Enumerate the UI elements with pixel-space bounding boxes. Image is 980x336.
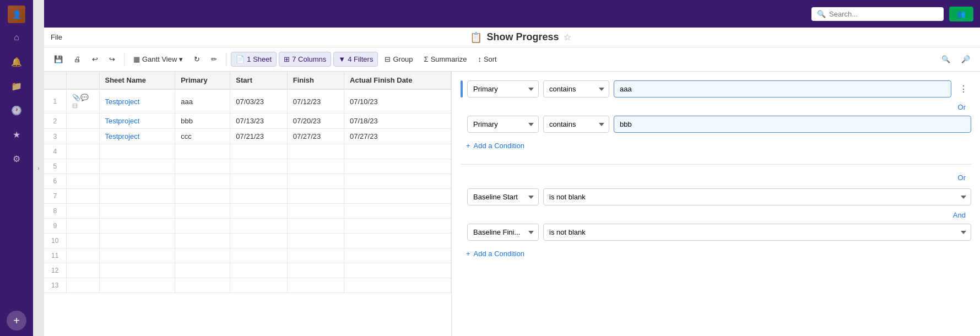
redo-button[interactable]: ↪ — [105, 52, 120, 66]
add-condition-button-2[interactable]: + Add a Condition — [461, 246, 530, 261]
sidebar-item-favorites[interactable]: ★ — [7, 124, 26, 144]
table-row: 8 — [44, 204, 451, 219]
row-icons-cell — [66, 234, 99, 248]
refresh-button[interactable]: ↻ — [189, 52, 204, 66]
row-icons-cell — [66, 278, 99, 293]
pencil-icon: ✏ — [211, 55, 217, 63]
filter-or-connector: Or — [461, 103, 971, 111]
gantt-dropdown-icon: ▾ — [179, 55, 183, 63]
group-button[interactable]: ⊟ Group — [380, 52, 417, 66]
finish-cell — [287, 159, 344, 174]
actual-finish-cell — [344, 159, 451, 174]
undo-button[interactable]: ↩ — [88, 52, 102, 66]
start-cell — [230, 278, 287, 293]
sigma-icon: Σ — [424, 55, 429, 63]
pencil-button[interactable]: ✏ — [207, 52, 221, 66]
row-num: 8 — [44, 204, 66, 219]
filter-field-select-4[interactable]: Baseline Fini... — [467, 224, 539, 241]
sidebar-item-home[interactable]: ⌂ — [7, 28, 26, 47]
filter-more-button-1[interactable]: ⋮ — [956, 82, 971, 97]
finish-cell — [287, 248, 344, 263]
save-button[interactable]: 💾 — [50, 52, 67, 66]
group-label: Group — [393, 55, 413, 63]
row-num: 13 — [44, 278, 66, 293]
actual-finish-cell — [344, 189, 451, 204]
primary-cell — [175, 174, 230, 189]
filter-value-input-2[interactable] — [614, 116, 971, 133]
row-icons-cell — [66, 248, 99, 263]
search-input[interactable] — [829, 10, 938, 18]
table-row: 4 — [44, 144, 451, 159]
sidebar-item-apps[interactable]: ⚙ — [7, 149, 26, 169]
sheet-name-cell — [99, 263, 175, 278]
sheet-name-cell: Testproject — [99, 89, 175, 113]
history-icon[interactable]: ⊟ — [72, 102, 78, 110]
finish-cell: 07/12/23 — [287, 89, 344, 113]
finish-cell — [287, 174, 344, 189]
or-link-between[interactable]: Or — [958, 174, 966, 182]
favorite-star-icon[interactable]: ☆ — [564, 32, 571, 42]
primary-cell — [175, 204, 230, 219]
row-num: 5 — [44, 159, 66, 174]
sidebar-item-recent[interactable]: 🕐 — [7, 100, 26, 120]
row-num: 1 — [44, 89, 66, 113]
sheet-name-cell — [99, 248, 175, 263]
primary-cell — [175, 159, 230, 174]
gantt-view-button[interactable]: ▦ Gantt View ▾ — [129, 52, 187, 66]
sheet-name-cell — [99, 174, 175, 189]
refresh-icon: ↻ — [194, 55, 200, 63]
columns-button[interactable]: ⊞ 7 Columns — [279, 52, 331, 67]
data-table: Sheet Name Primary Start Finish Actual F… — [44, 72, 451, 293]
avatar[interactable]: 👤 — [8, 6, 25, 23]
print-button[interactable]: 🖨 — [69, 52, 85, 66]
save-icon: 💾 — [54, 55, 63, 63]
or-link-1[interactable]: Or — [958, 103, 966, 111]
attach-icon[interactable]: 📎 — [72, 94, 80, 101]
row-num: 3 — [44, 129, 66, 144]
filter-field-select-1[interactable]: Primary — [467, 80, 539, 97]
sidebar-add-button[interactable]: + — [7, 311, 26, 330]
zoom-in-icon: 🔍 — [941, 55, 950, 63]
file-menu[interactable]: File — [51, 33, 62, 41]
row-icons-cell — [66, 219, 99, 234]
filters-button[interactable]: ▼ 4 Filters — [333, 52, 378, 67]
filter-field-select-2[interactable]: Primary — [467, 116, 539, 133]
sheet-link[interactable]: Testproject — [105, 117, 140, 125]
topbar: 🔍 👥 — [44, 0, 980, 28]
add-condition-label-2: Add a Condition — [474, 250, 525, 258]
collapse-button[interactable]: › — [33, 0, 44, 336]
plus-icon-2: + — [466, 250, 470, 258]
filter-op-select-4[interactable]: is not blank — [543, 224, 971, 241]
filebar: File 📋 Show Progress ☆ — [44, 28, 980, 47]
col-actual-finish: Actual Finish Date — [344, 72, 451, 89]
group-icon: ⊟ — [385, 55, 391, 63]
zoom-in-button[interactable]: 🔍 — [937, 52, 955, 66]
filter-op-select-1[interactable]: contains — [543, 80, 609, 97]
filter-value-input-1[interactable] — [614, 80, 951, 97]
sheet-name-cell: Testproject — [99, 113, 175, 129]
primary-cell: aaa — [175, 89, 230, 113]
comment-icon[interactable]: 💬 — [80, 94, 89, 101]
primary-cell — [175, 144, 230, 159]
filter-group-1: Primary contains ⋮ Or — [461, 80, 971, 153]
filter-op-select-3[interactable]: is not blank — [543, 188, 971, 205]
start-cell — [230, 159, 287, 174]
title-icon: 📋 — [470, 31, 482, 44]
sheet-link[interactable]: Testproject — [105, 132, 140, 140]
share-button[interactable]: 👥 — [949, 7, 973, 21]
sidebar-item-notifications[interactable]: 🔔 — [7, 52, 26, 72]
zoom-out-button[interactable]: 🔎 — [957, 52, 974, 66]
sheet-link[interactable]: Testproject — [105, 97, 140, 106]
and-link[interactable]: And — [953, 211, 966, 219]
sort-button[interactable]: ↕ Sort — [473, 52, 501, 66]
filter-field-select-3[interactable]: Baseline Start — [467, 188, 539, 205]
filter-op-select-2[interactable]: contains — [543, 116, 609, 133]
actual-finish-cell — [344, 278, 451, 293]
add-condition-button-1[interactable]: + Add a Condition — [461, 138, 530, 153]
sidebar-item-folders[interactable]: 📁 — [7, 76, 26, 96]
primary-cell — [175, 219, 230, 234]
summarize-button[interactable]: Σ Summarize — [420, 52, 472, 66]
or-between-groups: Or — [461, 174, 971, 182]
row-num: 4 — [44, 144, 66, 159]
sheet-button[interactable]: 📄 1 Sheet — [231, 52, 277, 67]
